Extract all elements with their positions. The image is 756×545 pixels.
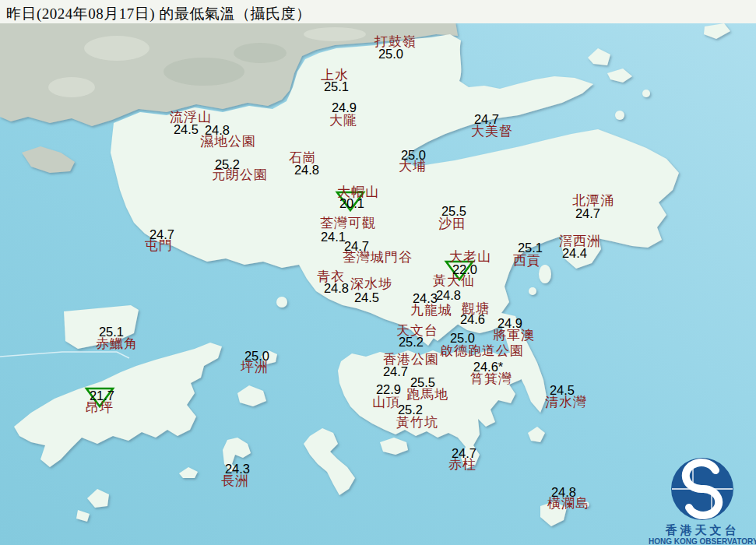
station-value: 24.4 [562, 247, 587, 260]
station-value: 25.0 [244, 350, 269, 363]
station-name: 大老山 [449, 250, 491, 263]
station-value: 24.3 [413, 292, 438, 305]
station-value: 25.5 [410, 376, 435, 389]
station-name: 黃竹坑 [396, 416, 438, 429]
station-name: 清水灣 [545, 396, 587, 409]
station-value: 25.5 [441, 205, 466, 218]
hko-logo: 香港天文台 HONG KONG OBSERVATORY [649, 455, 756, 545]
station-value: 25.2 [215, 158, 240, 171]
station-name: 山頂 [372, 396, 400, 409]
station-value: 24.5 [354, 291, 379, 304]
station-name: 沙田 [438, 217, 466, 230]
station-value: 24.9 [498, 317, 522, 330]
station-value: 25.1 [518, 241, 543, 255]
hko-emblem-icon [656, 455, 749, 523]
station-value: 25.1 [324, 80, 349, 93]
station-value: 22.9 [376, 383, 401, 396]
station-name: 北潭涌 [572, 194, 614, 207]
station-value: 24.8 [294, 164, 319, 177]
station-value: 24.1 [321, 230, 346, 244]
station-value: 24.5 [174, 123, 199, 136]
hko-logo-english: HONG KONG OBSERVATORY [649, 537, 756, 545]
station-value: 24.8 [436, 289, 461, 302]
stations-layer: 打鼓嶺25.0上水25.1大隴24.9流浮山24.5濕地公園24.8元朗公園25… [0, 0, 756, 545]
station-name: 筲箕灣 [470, 372, 512, 385]
station-value: 25.2 [399, 336, 424, 349]
station-value: 25.1 [99, 325, 124, 339]
station-value: 24.7 [344, 240, 369, 253]
station-name: 將軍澳 [493, 329, 535, 342]
station-value: 24.8 [205, 124, 230, 137]
station-name: 黃大仙 [433, 274, 475, 287]
weather-map-screen: 昨日(2024年08月17日) 的最低氣溫（攝氏度） 打鼓嶺25.0上水25.1… [0, 0, 756, 545]
station-name: 昂坪 [86, 401, 114, 414]
station-name: 九龍城 [410, 304, 452, 317]
station-name: 西貢 [513, 254, 541, 267]
station-name: 赤鱲角 [96, 337, 138, 350]
station-name: 大美督 [471, 125, 513, 138]
station-value: 24.7 [452, 447, 476, 460]
station-value: 24.9 [332, 101, 357, 114]
station-value: 24.8 [551, 486, 576, 499]
station-value: 24.7 [149, 228, 174, 241]
station-value: 25.2 [398, 403, 423, 417]
station-value: 24.3 [225, 462, 250, 476]
station-value: 25.0 [378, 47, 403, 61]
station-value: 21.7 [90, 389, 114, 403]
station-value: 24.8 [324, 282, 349, 295]
station-value: 24.6* [473, 360, 504, 374]
station-value: 24.5 [550, 384, 575, 397]
station-name: 荃灣可觀 [320, 216, 376, 230]
station-value: 24.7 [575, 207, 600, 220]
station-value: 25.0 [401, 149, 426, 162]
station-value: 24.7 [474, 113, 499, 126]
station-name: 大隴 [329, 114, 357, 127]
hko-logo-chinese: 香港天文台 [649, 524, 756, 537]
station-value: 20.1 [339, 197, 364, 210]
station-name: 長洲 [221, 474, 249, 487]
station-name: 啟德跑道公園 [440, 344, 524, 357]
station-name: 深水埗 [350, 277, 392, 290]
station-value: 25.0 [450, 332, 475, 345]
station-name: 跑馬地 [406, 388, 448, 401]
station-value: 24.6 [460, 313, 485, 326]
station-value: 24.7 [383, 365, 408, 378]
